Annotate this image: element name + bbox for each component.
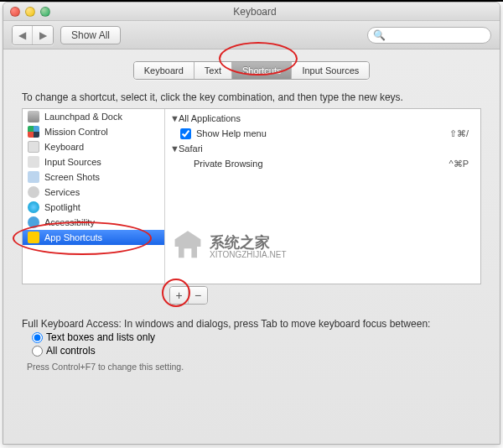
shortcut-keys[interactable]: ⇧⌘/ [449,128,475,139]
category-launchpad[interactable]: Launchpad & Dock [23,109,164,124]
disclosure-icon[interactable]: ▼ [170,143,179,154]
forward-button[interactable]: ▶ [33,26,53,44]
remove-button[interactable]: − [189,287,207,304]
group-safari[interactable]: ▼Safari [170,141,475,156]
screen-icon [28,171,39,183]
fka-option-all-controls[interactable]: All controls [32,345,481,357]
shortcut-row-help-menu[interactable]: Show Help menu⇧⌘/ [170,126,475,141]
category-mission-control[interactable]: Mission Control [23,124,164,139]
shortcut-list[interactable]: ▼All Applications Show Help menu⇧⌘/ ▼Saf… [165,109,480,284]
keyboard-icon [28,141,39,153]
window-title: Keyboard [17,6,493,18]
tab-input-sources[interactable]: Input Sources [292,62,369,79]
input-icon [28,156,39,168]
category-app-shortcuts[interactable]: App Shortcuts [23,230,164,245]
services-icon [28,186,39,198]
launchpad-icon [28,111,39,122]
search-icon: 🔍 [373,29,386,41]
disclosure-icon[interactable]: ▼ [170,113,179,123]
toolbar: ◀ ▶ Show All 🔍 [3,21,500,49]
category-input-sources[interactable]: Input Sources [23,154,164,169]
radio-text-boxes[interactable] [32,332,43,343]
nav-back-forward: ◀ ▶ [12,25,54,45]
add-remove-control: + − [169,286,208,305]
full-keyboard-access-label: Full Keyboard Access: In windows and dia… [22,318,481,330]
group-all-applications[interactable]: ▼All Applications [170,111,475,126]
instruction-text: To change a shortcut, select it, click t… [22,91,481,103]
tabset: Keyboard Text Shortcuts Input Sources [133,61,371,80]
category-spotlight[interactable]: Spotlight [23,200,164,215]
fka-hint: Press Control+F7 to change this setting. [27,362,481,372]
shortcut-row-private-browsing[interactable]: Private Browsing^⌘P [170,156,475,171]
app-icon [28,232,39,243]
category-accessibility[interactable]: Accessibility [23,215,164,230]
show-all-button[interactable]: Show All [60,26,121,44]
category-keyboard[interactable]: Keyboard [23,139,164,154]
split-pane: Launchpad & Dock Mission Control Keyboar… [22,108,481,284]
category-services[interactable]: Services [23,185,164,200]
category-list[interactable]: Launchpad & Dock Mission Control Keyboar… [23,109,165,284]
fka-option-text-boxes[interactable]: Text boxes and lists only [32,331,481,343]
back-button[interactable]: ◀ [13,26,33,44]
tab-keyboard[interactable]: Keyboard [134,62,194,79]
spotlight-icon [28,201,39,213]
mission-icon [28,126,39,138]
titlebar: Keyboard [3,3,500,21]
add-button[interactable]: + [170,287,189,304]
tab-shortcuts[interactable]: Shortcuts [232,62,292,79]
tab-text[interactable]: Text [194,62,232,79]
accessibility-icon [28,216,39,228]
category-screen-shots[interactable]: Screen Shots [23,169,164,185]
radio-all-controls[interactable] [32,346,43,357]
search-input[interactable]: 🔍 [367,27,491,44]
shortcut-checkbox[interactable] [180,128,191,139]
shortcut-keys[interactable]: ^⌘P [449,159,476,169]
